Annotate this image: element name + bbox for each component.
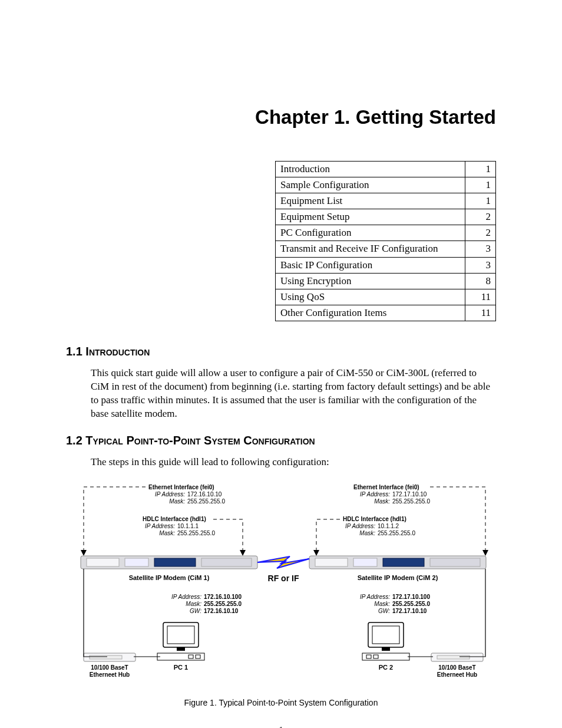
toc-row: Equipment Setup2 bbox=[276, 209, 496, 225]
toc-row: Using QoS11 bbox=[276, 289, 496, 305]
right-hdlc-title: HDLC Interfacce (hdl1) bbox=[343, 516, 406, 522]
right-eth-mask: 255.255.255.0 bbox=[392, 498, 430, 505]
left-hdlc-mask: 255.255.255.0 bbox=[177, 530, 215, 536]
svg-rect-2 bbox=[125, 558, 148, 566]
toc-page: 2 bbox=[465, 225, 496, 241]
svg-rect-6 bbox=[167, 626, 194, 644]
toc-page: 8 bbox=[465, 273, 496, 289]
page-number: 1 bbox=[66, 725, 496, 728]
right-eth-ip: 172.17.10.10 bbox=[392, 491, 427, 498]
right-hdlc-mask-label: Mask: bbox=[359, 530, 375, 536]
right-pc-mask: 255.255.255.0 bbox=[392, 601, 430, 607]
toc-page: 11 bbox=[465, 289, 496, 305]
toc-table: Introduction1Sample Configuration1Equipm… bbox=[275, 161, 496, 321]
left-pc-gw-label: GW: bbox=[190, 608, 201, 614]
right-hdlc-ip-label: IP Address: bbox=[345, 523, 375, 529]
pc-right-label: PC 2 bbox=[379, 664, 393, 671]
right-pc-gw: 172.17.10.10 bbox=[392, 608, 427, 614]
svg-rect-22 bbox=[366, 655, 371, 658]
toc-page: 3 bbox=[465, 241, 496, 257]
toc-label: Introduction bbox=[276, 162, 465, 177]
figure-1: Ethernet Interface (fei0) IP Address: 17… bbox=[66, 482, 496, 707]
left-pc-ip-label: IP Address: bbox=[171, 594, 201, 600]
toc-label: Equipment List bbox=[276, 193, 465, 209]
section-1-1-body: This quick start guide will allow a user… bbox=[91, 367, 496, 421]
left-eth-ip: 172.16.10.10 bbox=[187, 491, 222, 498]
chapter-title: Chapter 1. Getting Started bbox=[66, 106, 496, 129]
svg-rect-12 bbox=[90, 655, 122, 659]
svg-rect-16 bbox=[383, 558, 424, 566]
toc-page: 1 bbox=[465, 193, 496, 209]
right-eth-title: Ethernet Interface (fei0) bbox=[353, 484, 419, 490]
left-hdlc-ip-label: IP Address: bbox=[145, 523, 175, 529]
left-eth-mask-label: Mask: bbox=[169, 498, 185, 505]
pc-left-label: PC 1 bbox=[174, 664, 188, 671]
toc-row: Sample Configuration1 bbox=[276, 177, 496, 193]
modem-right-label: Satellite IP Modem (CiM 2) bbox=[358, 574, 438, 581]
left-hdlc-mask-label: Mask: bbox=[159, 530, 175, 536]
hub-left bbox=[84, 653, 135, 661]
svg-rect-9 bbox=[189, 655, 193, 658]
left-hdlc-ip: 10.1.1.1 bbox=[177, 523, 199, 529]
toc-label: Other Configuration Items bbox=[276, 305, 465, 321]
toc-label: Using QoS bbox=[276, 289, 465, 305]
toc-label: Basic IP Configuration bbox=[276, 257, 465, 273]
left-hdlc-title: HDLC Interfacce (hdl1) bbox=[143, 516, 206, 522]
toc-label: Equipment Setup bbox=[276, 209, 465, 225]
hub-left-label-2: Etherneet Hub bbox=[90, 671, 130, 678]
toc-container: Introduction1Sample Configuration1Equipm… bbox=[66, 161, 496, 321]
pc-left bbox=[157, 622, 204, 660]
svg-rect-14 bbox=[315, 558, 348, 566]
left-pc-mask: 255.255.255.0 bbox=[204, 601, 242, 607]
figure-1-svg: Ethernet Interface (fei0) IP Address: 17… bbox=[66, 482, 501, 694]
svg-rect-17 bbox=[430, 558, 480, 566]
left-pc-mask-label: Mask: bbox=[186, 601, 201, 607]
hub-left-label-1: 10/100 BaseT bbox=[91, 664, 128, 671]
toc-row: PC Configuration2 bbox=[276, 225, 496, 241]
svg-rect-15 bbox=[353, 558, 377, 566]
right-eth-mask-label: Mask: bbox=[374, 498, 390, 505]
toc-label: Transmit and Receive IF Configuration bbox=[276, 241, 465, 257]
modem-left-label: Satellite IP Modem (CiM 1) bbox=[129, 574, 210, 581]
toc-page: 3 bbox=[465, 257, 496, 273]
rf-if-bolt bbox=[257, 556, 309, 568]
section-1-1-heading: 1.1 Introduction bbox=[66, 345, 496, 358]
toc-page: 2 bbox=[465, 209, 496, 225]
right-pc-mask-label: Mask: bbox=[374, 601, 390, 607]
svg-rect-4 bbox=[201, 558, 252, 566]
left-eth-mask: 255.255.255.0 bbox=[187, 498, 225, 505]
right-pc-ip: 172.17.10.100 bbox=[392, 594, 430, 600]
svg-rect-7 bbox=[177, 647, 185, 651]
right-pc-ip-label: IP Address: bbox=[360, 594, 390, 600]
toc-page: 11 bbox=[465, 305, 496, 321]
toc-label: Sample Configuration bbox=[276, 177, 465, 193]
left-pc-ip: 172.16.10.100 bbox=[204, 594, 242, 600]
toc-page: 1 bbox=[465, 162, 496, 177]
svg-rect-25 bbox=[437, 655, 470, 659]
svg-rect-1 bbox=[87, 558, 119, 566]
left-eth-ip-label: IP Address: bbox=[155, 491, 185, 498]
section-1-2-heading: 1.2 Typical Point-to-Point System Config… bbox=[66, 434, 496, 447]
section-1-2-body: The steps in this guide will lead to fol… bbox=[91, 456, 496, 469]
right-hdlc-mask: 255.255.255.0 bbox=[378, 530, 415, 536]
toc-row: Other Configuration Items11 bbox=[276, 305, 496, 321]
toc-row: Basic IP Configuration3 bbox=[276, 257, 496, 273]
toc-label: PC Configuration bbox=[276, 225, 465, 241]
hub-right bbox=[431, 653, 483, 661]
svg-rect-10 bbox=[196, 655, 200, 658]
toc-row: Transmit and Receive IF Configuration3 bbox=[276, 241, 496, 257]
hub-right-label-2: Etherneet Hub bbox=[437, 671, 477, 678]
toc-row: Using Encryption8 bbox=[276, 273, 496, 289]
toc-label: Using Encryption bbox=[276, 273, 465, 289]
modem-left bbox=[81, 556, 257, 569]
left-eth-title: Ethernet Interface (fei0) bbox=[148, 484, 214, 490]
right-eth-ip-label: IP Address: bbox=[360, 491, 390, 498]
left-pc-gw: 172.16.10.10 bbox=[204, 608, 239, 614]
modem-right bbox=[309, 556, 486, 569]
svg-rect-19 bbox=[372, 626, 399, 644]
toc-row: Equipment List1 bbox=[276, 193, 496, 209]
figure-1-caption: Figure 1. Typical Point-to-Point System … bbox=[66, 698, 496, 707]
svg-rect-23 bbox=[373, 655, 378, 658]
rf-if-label: RF or IF bbox=[268, 574, 299, 583]
svg-rect-20 bbox=[382, 647, 390, 651]
